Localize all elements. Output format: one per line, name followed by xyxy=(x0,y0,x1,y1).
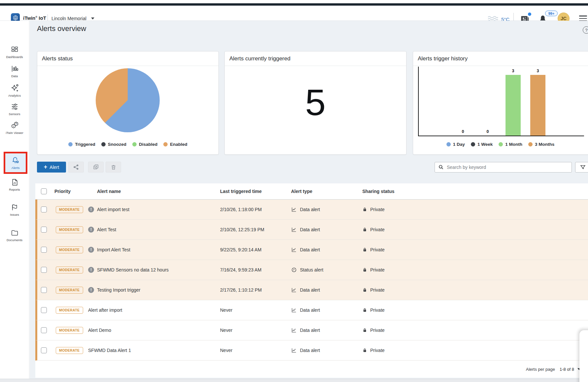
row-checkbox[interactable] xyxy=(41,267,47,273)
sidebar-item-alerts-active[interactable]: Alerts xyxy=(4,152,27,174)
alert-type: Data alert xyxy=(300,307,320,313)
overlay-panel-corner xyxy=(579,330,588,382)
trash-icon xyxy=(111,164,116,170)
card-title: Alerts currently triggered xyxy=(225,51,406,66)
lock-icon xyxy=(362,207,367,212)
bar-value-label: 3 xyxy=(506,69,521,73)
page-range-dropdown[interactable]: 1-8 of 8 xyxy=(560,367,581,372)
duplicate-button[interactable] xyxy=(88,162,104,173)
legend-swatch xyxy=(528,142,533,146)
itwin-viewer-icon: i T xyxy=(10,121,19,130)
dashboards-icon xyxy=(11,46,19,54)
row-checkbox[interactable] xyxy=(41,247,47,253)
sharing-status: Private xyxy=(370,247,385,252)
row-checkbox[interactable] xyxy=(41,227,47,233)
legend-swatch xyxy=(163,142,168,146)
page-title: Alerts overview xyxy=(37,24,86,33)
sidebar-item-itwin-viewer[interactable]: i T iTwin Viewer xyxy=(0,121,29,135)
alert-exclamation-icon: ! xyxy=(88,247,94,253)
row-checkbox[interactable] xyxy=(41,327,47,333)
trigger-history-bar-slot: 0 xyxy=(480,67,495,136)
search-icon xyxy=(438,164,444,170)
card-title: Alerts trigger history xyxy=(413,51,588,66)
trigger-history-bar xyxy=(506,75,521,136)
last-triggered-time: 2/17/26, 1:10:12 PM xyxy=(220,287,262,293)
alert-name: Alert Test xyxy=(97,227,116,232)
alert-name: SFWMD Sensors no data 12 hours xyxy=(97,267,169,272)
app-header: iTwin® IoT Lincoln Memorial 5°C xyxy=(0,6,588,21)
data-alert-chart-icon xyxy=(291,327,297,333)
table-row[interactable]: MODERATEAlert after importNeverData aler… xyxy=(35,300,588,320)
trigger-history-bar-slot: 3 xyxy=(530,67,545,136)
data-alert-chart-icon xyxy=(291,207,297,212)
share-button[interactable] xyxy=(68,162,84,173)
table-row[interactable]: MODERATESFWMD Data Alert 1NeverData aler… xyxy=(35,340,588,361)
sharing-status: Private xyxy=(370,227,385,232)
sidebar-item-data[interactable]: Data xyxy=(0,65,29,78)
row-checkbox[interactable] xyxy=(41,307,47,313)
lock-icon xyxy=(362,267,367,272)
sidebar: Dashboards Data Analytics xyxy=(0,21,29,382)
priority-badge: MODERATE xyxy=(56,267,83,273)
sidebar-item-reports[interactable]: Reports xyxy=(0,178,29,191)
trigger-history-legend: 1 Day 1 Week 1 Month 3 Months xyxy=(413,142,588,147)
table-row[interactable]: MODERATEAlert DemoNeverData alertPrivate xyxy=(35,320,588,340)
sidebar-item-dashboards[interactable]: Dashboards xyxy=(0,46,29,59)
last-triggered-time: 7/16/24, 9:59:23 AM xyxy=(220,267,261,272)
filter-button[interactable] xyxy=(575,162,588,173)
documents-folder-icon xyxy=(11,229,19,237)
table-row[interactable]: MODERATE!Alert import test2/10/26, 1:18:… xyxy=(35,200,588,220)
share-icon xyxy=(73,164,79,170)
table-row[interactable]: MODERATE!Testing Import trigger2/17/26, … xyxy=(35,280,588,300)
legend-swatch xyxy=(132,142,137,146)
last-triggered-time: Never xyxy=(220,307,232,313)
sharing-status: Private xyxy=(370,267,385,272)
legend-swatch xyxy=(68,142,73,146)
data-alert-chart-icon xyxy=(291,307,297,313)
alert-name: Import Alert Test xyxy=(97,247,130,252)
row-checkbox[interactable] xyxy=(41,347,47,353)
help-icon[interactable]: ? xyxy=(583,26,588,34)
legend-item: 1 Week xyxy=(471,142,493,147)
sharing-status: Private xyxy=(370,328,385,333)
bar-value-label: 3 xyxy=(530,69,545,73)
alert-type: Data alert xyxy=(300,227,320,232)
legend-swatch xyxy=(101,142,106,146)
priority-badge: MODERATE xyxy=(56,347,83,354)
bar-value-label: 0 xyxy=(480,129,495,134)
trigger-history-bar-slot: 0 xyxy=(455,67,471,136)
table-row[interactable]: MODERATE!SFWMD Sensors no data 12 hours7… xyxy=(35,260,588,280)
alert-type: Data alert xyxy=(300,287,320,293)
window-top-strip xyxy=(0,3,588,6)
alert-exclamation-icon: ! xyxy=(88,227,94,233)
alert-type: Data alert xyxy=(300,348,320,353)
project-name: Lincoln Memorial xyxy=(51,16,86,21)
table-row[interactable]: MODERATE!Alert Test2/10/26, 12:25:19 PMD… xyxy=(35,220,588,240)
priority-badge: MODERATE xyxy=(56,206,83,213)
row-checkbox[interactable] xyxy=(41,287,47,293)
table-row[interactable]: MODERATE!Import Alert Test9/22/25, 9:20:… xyxy=(35,240,588,260)
last-triggered-time: Never xyxy=(220,328,232,333)
sidebar-item-analytics[interactable]: Analytics xyxy=(0,83,29,97)
legend-item: Enabled xyxy=(163,142,187,147)
last-triggered-time: 2/10/26, 12:25:19 PM xyxy=(220,227,264,232)
search-field xyxy=(435,162,572,173)
add-alert-button[interactable]: + Alert xyxy=(37,162,66,173)
alerts-bell-gear-icon xyxy=(11,156,20,165)
select-all-checkbox[interactable] xyxy=(41,188,47,194)
row-checkbox[interactable] xyxy=(41,207,47,212)
priority-badge: MODERATE xyxy=(56,327,83,334)
delete-button[interactable] xyxy=(106,162,121,173)
sidebar-item-sensors[interactable]: Sensors xyxy=(0,103,29,116)
sidebar-item-issues[interactable]: Issues xyxy=(0,203,29,216)
legend-item: Disabled xyxy=(132,142,157,147)
reports-icon xyxy=(11,178,19,186)
duplicate-icon xyxy=(93,164,99,170)
sidebar-item-documents[interactable]: Documents xyxy=(0,229,29,242)
chevron-down-icon xyxy=(91,17,94,19)
project-selector[interactable]: Lincoln Memorial xyxy=(51,16,94,21)
search-input[interactable] xyxy=(435,162,572,173)
column-header-priority: Priority xyxy=(52,189,86,194)
alerts-status-legend: Triggered Snoozed Disabled Enabled xyxy=(37,142,219,147)
alert-name: Alert import test xyxy=(97,207,129,212)
